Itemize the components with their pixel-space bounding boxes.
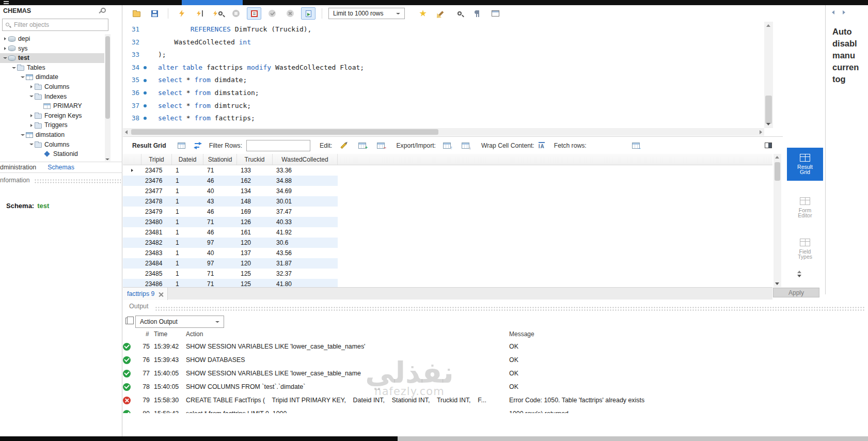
editor-line[interactable]: 37 select * from dimtruck; xyxy=(123,100,764,113)
save-snippet-button[interactable] xyxy=(416,7,430,20)
column-header-dateid[interactable]: Dateid xyxy=(172,154,203,165)
result-grid[interactable]: Tripid Dateid Stationid Truckid WastedCo… xyxy=(123,154,772,287)
scrollbar-thumb[interactable] xyxy=(105,36,110,119)
expand-right-icon[interactable] xyxy=(28,85,35,88)
show-invisibles-toggle[interactable] xyxy=(470,7,484,20)
sql-editor[interactable]: 31 REFERENCES DimTruck (Truckid), 32 Was… xyxy=(123,22,764,128)
back-icon[interactable] xyxy=(832,10,834,14)
add-row-button[interactable]: + xyxy=(355,139,369,152)
tree-item-dimdate-indexes[interactable]: Indexes xyxy=(0,92,104,102)
forward-icon[interactable] xyxy=(843,10,845,14)
grid-view-icon[interactable] xyxy=(178,143,185,149)
result-tab-facttrips[interactable]: facttrips 9 xyxy=(123,288,168,300)
fetch-rows-button[interactable]: → xyxy=(629,139,643,152)
active-query-tab[interactable] xyxy=(182,0,243,5)
wrap-content-icon[interactable]: IA xyxy=(539,142,545,149)
scrollbar-thumb[interactable] xyxy=(131,129,438,135)
scroll-up-icon[interactable] xyxy=(775,156,779,159)
tree-item-primary-index[interactable]: PRIMARY xyxy=(0,101,104,111)
tree-item-test[interactable]: test xyxy=(0,53,104,63)
editor-line[interactable]: 38 select * from facttrips; xyxy=(123,112,764,125)
collapse-icon[interactable] xyxy=(28,96,35,97)
tree-item-dimstation-columns[interactable]: Columns xyxy=(0,140,104,150)
apply-button[interactable]: Apply xyxy=(773,288,819,297)
collapse-icon[interactable] xyxy=(11,67,17,69)
table-row[interactable]: 2348017112640.33 xyxy=(123,217,338,227)
copy-output-icon[interactable] xyxy=(125,318,131,324)
open-file-button[interactable] xyxy=(129,7,144,20)
toggle-preview-pane-button[interactable] xyxy=(761,139,776,152)
stop-on-error-toggle[interactable] xyxy=(247,7,261,20)
tree-item-triggers[interactable]: Triggers xyxy=(0,120,104,130)
commit-button[interactable] xyxy=(265,7,279,20)
output-row[interactable]: 80 15:58:43 select * from facttrips LIMI… xyxy=(123,407,868,413)
tree-item-tables[interactable]: Tables xyxy=(0,63,104,73)
scrollbar-thumb[interactable] xyxy=(765,96,772,124)
column-header-truckid[interactable]: Truckid xyxy=(237,154,273,165)
scroll-down-icon[interactable] xyxy=(766,123,770,125)
scroll-down-icon[interactable] xyxy=(105,159,109,160)
scrollbar-thumb[interactable] xyxy=(775,162,780,181)
table-row[interactable]: 2347714013434.69 xyxy=(123,186,338,196)
collapse-icon[interactable] xyxy=(28,144,35,145)
column-header-stationid[interactable]: Stationid xyxy=(203,154,237,165)
autocommit-toggle[interactable] xyxy=(301,7,315,20)
editor-vertical-scrollbar[interactable] xyxy=(764,22,773,128)
toggle-editor-layout-button[interactable] xyxy=(488,7,502,20)
find-button[interactable] xyxy=(452,7,466,20)
filter-objects-box[interactable] xyxy=(2,19,108,31)
output-row[interactable]: 75 15:39:42 SHOW SESSION VARIABLES LIKE … xyxy=(123,340,868,353)
collapse-icon[interactable] xyxy=(2,57,8,59)
editor-line[interactable]: 36 select * from dimstation; xyxy=(123,87,764,100)
tree-item-stationid-column[interactable]: Stationid xyxy=(0,149,104,159)
execute-script-button[interactable] xyxy=(175,7,189,20)
output-row[interactable]: 78 15:40:05 SHOW COLUMNS FROM `test`.`di… xyxy=(123,380,868,393)
tree-item-dimdate-columns[interactable]: Columns xyxy=(0,82,104,92)
refresh-icon[interactable] xyxy=(195,143,202,149)
table-row[interactable]: 2347814314830.01 xyxy=(123,196,338,207)
column-header-tripid[interactable]: Tripid xyxy=(141,154,172,165)
beautify-sql-button[interactable] xyxy=(434,7,448,20)
tab-administration[interactable]: dministration xyxy=(0,164,36,171)
editor-line[interactable]: 32 WastedCollected int xyxy=(123,36,764,49)
result-grid-vertical-scrollbar[interactable] xyxy=(774,154,781,287)
table-row[interactable]: 2348219712030.6 xyxy=(123,238,338,248)
filter-objects-input[interactable] xyxy=(14,21,102,28)
rollback-button[interactable] xyxy=(283,7,297,20)
explain-plan-button[interactable] xyxy=(211,7,225,20)
editor-line[interactable]: 34 alter table facttrips modify WastedCo… xyxy=(123,61,764,74)
output-row[interactable]: 77 15:40:05 SHOW SESSION VARIABLES LIKE … xyxy=(123,367,868,380)
output-row[interactable]: 76 15:39:43 SHOW DATABASES OK xyxy=(123,353,868,367)
import-button[interactable]: ↓ xyxy=(459,139,473,152)
tree-item-dimdate[interactable]: dimdate xyxy=(0,72,104,82)
scroll-left-icon[interactable] xyxy=(125,130,128,134)
tab-schemas[interactable]: Schemas xyxy=(48,164,74,171)
scroll-right-icon[interactable] xyxy=(760,130,762,134)
limit-rows-dropdown[interactable]: Limit to 1000 rows xyxy=(328,8,405,19)
table-row[interactable]: 2348419712031.87 xyxy=(123,258,338,269)
table-row[interactable]: 2348617112541.80 xyxy=(123,279,338,287)
close-icon[interactable] xyxy=(159,292,163,296)
menu-icon[interactable] xyxy=(4,1,9,4)
editor-line[interactable]: 35 select * from dimdate; xyxy=(123,74,764,87)
table-row[interactable]: 2348314013743.56 xyxy=(123,248,338,258)
collapse-icon[interactable] xyxy=(20,76,26,78)
filter-rows-input[interactable] xyxy=(247,140,310,151)
table-row[interactable]: 2348114616141.92 xyxy=(123,227,338,238)
expand-right-icon[interactable] xyxy=(2,37,8,40)
editor-horizontal-scrollbar[interactable] xyxy=(123,128,764,136)
side-tab-result-grid[interactable]: Result Grid xyxy=(787,148,823,181)
side-tab-field-types[interactable]: Field Types xyxy=(787,232,823,265)
editor-line[interactable]: 31 REFERENCES DimTruck (Truckid), xyxy=(123,23,764,36)
tree-item-depi[interactable]: depi xyxy=(0,34,104,44)
editor-line[interactable]: 33 ); xyxy=(123,49,764,61)
export-button[interactable]: ↑ xyxy=(440,139,454,152)
scroll-up-icon[interactable] xyxy=(766,24,770,27)
side-panel-collapse-control[interactable] xyxy=(797,271,801,277)
action-output-select[interactable]: Action Output xyxy=(135,316,224,328)
sidebar-scrollbar[interactable] xyxy=(105,34,111,161)
expand-right-icon[interactable] xyxy=(28,124,35,127)
execute-current-statement-button[interactable] xyxy=(193,7,207,20)
column-header-wastedcollected[interactable]: WastedCollected xyxy=(273,154,338,165)
expand-right-icon[interactable] xyxy=(2,47,8,50)
